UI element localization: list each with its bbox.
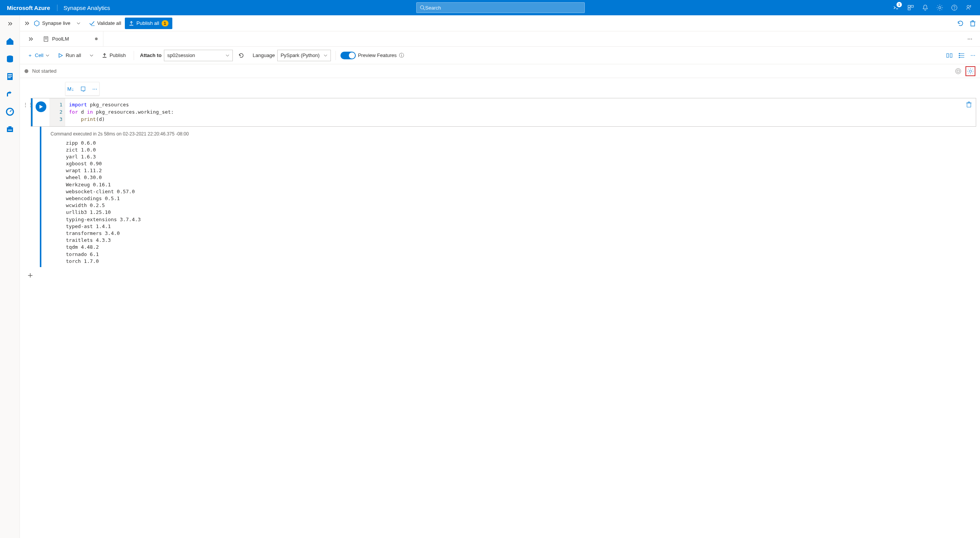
svg-point-0 — [420, 6, 424, 9]
service-label: Synapse Analytics — [57, 5, 116, 11]
header-icons: 1 — [885, 4, 980, 11]
svg-point-8 — [967, 5, 969, 8]
svg-point-7 — [954, 9, 954, 9]
feedback-icon[interactable] — [965, 4, 972, 11]
help-icon[interactable] — [951, 4, 958, 11]
directory-icon[interactable] — [907, 4, 914, 11]
search-input[interactable] — [425, 5, 581, 11]
svg-line-1 — [424, 9, 425, 10]
svg-rect-4 — [908, 8, 910, 10]
svg-rect-3 — [911, 5, 913, 7]
svg-point-6 — [952, 5, 957, 10]
search-icon — [420, 5, 425, 10]
search-wrap — [116, 2, 885, 13]
badge: 1 — [897, 2, 902, 7]
cloud-shell-icon[interactable]: 1 — [893, 4, 900, 11]
settings-icon[interactable] — [936, 4, 943, 11]
notifications-icon[interactable] — [922, 4, 929, 11]
search-box[interactable] — [416, 2, 585, 13]
brand-label: Microsoft Azure — [0, 5, 57, 11]
global-header: Microsoft Azure Synapse Analytics 1 — [0, 0, 980, 15]
svg-rect-2 — [908, 5, 910, 7]
svg-point-5 — [939, 7, 941, 9]
